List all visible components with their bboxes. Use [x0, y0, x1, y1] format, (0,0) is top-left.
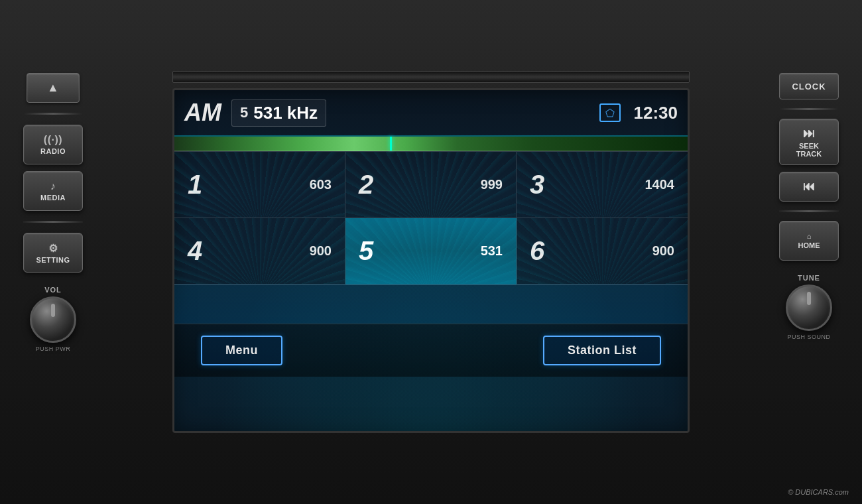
preset-1-number: 1	[188, 170, 202, 200]
clock-button[interactable]: CLOCK	[779, 73, 839, 99]
radio-label: RADIO	[40, 147, 66, 155]
home-button[interactable]: ⌂ HOME	[779, 221, 839, 261]
preset-5-number: 5	[359, 236, 373, 266]
preset-4[interactable]: 4 900	[174, 218, 345, 284]
center-unit: AM 5 531 kHz ⬠ 12:30 1 603	[106, 71, 756, 433]
media-label: MEDIA	[40, 194, 66, 202]
vol-label: VOL	[44, 286, 62, 294]
bottom-gradient-strip	[174, 284, 688, 324]
menu-button[interactable]: Menu	[201, 336, 282, 365]
left-divider-2	[23, 221, 83, 223]
right-divider-1	[779, 108, 839, 110]
presets-grid: 1 603 2 999 3 1404 4 900	[174, 151, 688, 284]
clock-label: CLOCK	[792, 82, 826, 92]
setting-icon: ⚙	[48, 242, 58, 255]
vol-section: VOL PUSH PWR	[30, 286, 76, 352]
preset-6[interactable]: 6 900	[517, 218, 688, 284]
clock-display: 12:30	[634, 103, 678, 123]
preset-5-freq: 531	[481, 243, 503, 259]
seek-track-label: SEEK TRACK	[796, 142, 822, 158]
seek-back-icon: ⏮	[803, 180, 815, 194]
push-sound-label: PUSH SOUND	[787, 334, 830, 340]
station-list-button[interactable]: Station List	[543, 336, 661, 365]
home-label: HOME	[798, 241, 820, 249]
frequency-box: 5 531 kHz	[231, 99, 326, 127]
active-preset-number: 5	[240, 104, 248, 121]
preset-4-number: 4	[188, 236, 202, 266]
preset-3-freq: 1404	[645, 177, 675, 192]
right-panel: CLOCK ⏭ SEEK TRACK ⏮ ⌂ HOME TUNE PUSH SO…	[756, 60, 862, 444]
vol-knob[interactable]	[30, 296, 76, 343]
bluetooth-icon: ⬠	[599, 103, 621, 122]
seek-back-button[interactable]: ⏮	[779, 172, 839, 202]
tuner-indicator	[390, 137, 392, 151]
right-divider-2	[779, 210, 839, 212]
watermark: © DUBICARS.com	[788, 488, 849, 496]
tune-label: TUNE	[798, 274, 820, 282]
setting-label: SETTING	[36, 256, 70, 264]
bottom-bar: Menu Station List	[174, 324, 688, 377]
tune-knob[interactable]	[786, 284, 832, 331]
tune-section: TUNE PUSH SOUND	[786, 274, 832, 340]
preset-1-freq: 603	[310, 177, 332, 192]
preset-5[interactable]: 5 531	[345, 218, 517, 284]
bluetooth-symbol: ⬠	[605, 107, 615, 119]
radio-button[interactable]: ((·)) RADIO	[23, 125, 83, 164]
left-divider-1	[23, 113, 83, 115]
preset-1[interactable]: 1 603	[174, 152, 345, 218]
mode-label: AM	[184, 99, 221, 127]
eject-icon: ▲	[47, 81, 59, 95]
preset-6-freq: 900	[652, 243, 674, 259]
seek-forward-icon: ⏭	[803, 127, 815, 141]
preset-2[interactable]: 2 999	[345, 152, 517, 218]
preset-3-number: 3	[530, 170, 544, 200]
home-icon: ⌂	[807, 232, 812, 240]
left-panel: ▲ ((·)) RADIO ♪ MEDIA ⚙ SETTING VOL PUSH…	[0, 60, 106, 444]
radio-icon: ((·))	[44, 134, 62, 146]
media-button[interactable]: ♪ MEDIA	[23, 171, 83, 211]
preset-6-number: 6	[530, 236, 544, 266]
car-radio: ▲ ((·)) RADIO ♪ MEDIA ⚙ SETTING VOL PUSH…	[0, 0, 862, 504]
cd-slot	[172, 71, 690, 83]
tuner-bar	[174, 137, 688, 151]
frequency-display: 531 kHz	[253, 103, 318, 123]
screen-header: AM 5 531 kHz ⬠ 12:30	[174, 90, 688, 137]
media-icon: ♪	[50, 180, 56, 192]
screen: AM 5 531 kHz ⬠ 12:30 1 603	[172, 88, 690, 433]
preset-2-number: 2	[359, 170, 373, 200]
eject-button[interactable]: ▲	[27, 73, 80, 103]
push-pwr-label: PUSH PWR	[36, 346, 71, 352]
preset-4-freq: 900	[310, 243, 332, 259]
setting-button[interactable]: ⚙ SETTING	[23, 233, 83, 273]
preset-2-freq: 999	[481, 177, 503, 192]
preset-3[interactable]: 3 1404	[517, 152, 688, 218]
seek-forward-button[interactable]: ⏭ SEEK TRACK	[779, 119, 839, 165]
